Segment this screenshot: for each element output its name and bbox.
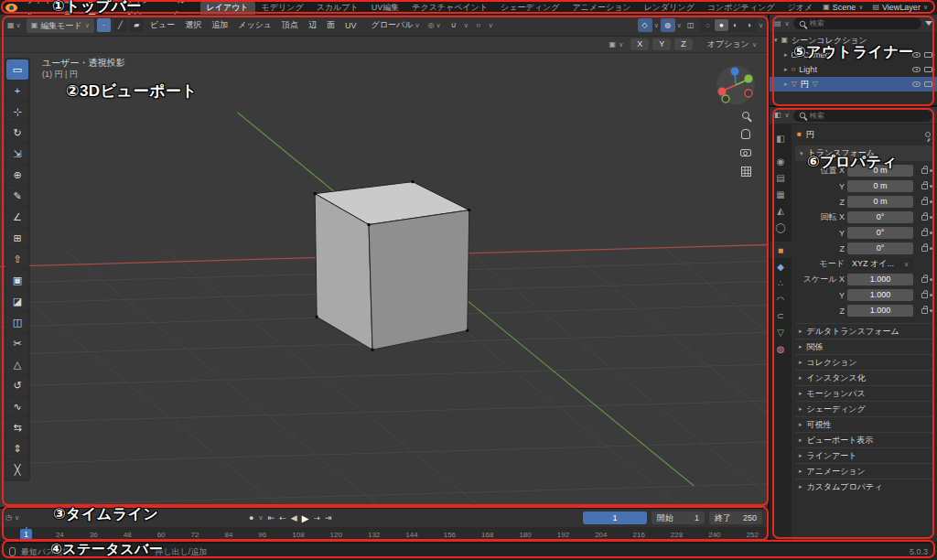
tab-world[interactable]: ◯ <box>770 219 792 235</box>
frame-start-field[interactable]: 開始 1 <box>652 512 705 524</box>
animate-dot-icon[interactable] <box>930 247 932 250</box>
tool-knife[interactable]: ✂ <box>6 333 28 353</box>
panel-collections[interactable]: ▸コレクション <box>795 354 932 370</box>
viewport-canvas[interactable]: ユーザー・透視投影 (1) 円 | 円 ▭ + ⊹ ↻ ⇲ ⊕ ✎ ∠ ⊞ ⇧ <box>0 53 768 507</box>
shading-wireframe-button[interactable]: ◌ <box>701 19 715 31</box>
ortho-grid-icon[interactable] <box>741 167 751 177</box>
gizmo-y-axis[interactable] <box>745 75 753 83</box>
orientation-dropdown[interactable]: グローバル ∨ <box>369 19 423 31</box>
menu-select[interactable]: 選択 <box>181 19 205 31</box>
tool-bevel[interactable]: ◪ <box>6 291 28 311</box>
tool-spin[interactable]: ↺ <box>6 375 28 395</box>
workspace-tab-rendering[interactable]: レンダリング <box>638 1 701 15</box>
chevron-down-icon[interactable]: ▾ <box>774 37 778 44</box>
disable-render-icon[interactable] <box>924 81 932 87</box>
prev-keyframe-button[interactable]: ⇠ <box>279 513 286 522</box>
tab-view-layer[interactable]: ▦ <box>770 186 792 202</box>
animate-dot-icon[interactable] <box>930 185 932 188</box>
panel-visibility[interactable]: ▸可視性 <box>795 416 932 432</box>
mirror-z-button[interactable]: Z <box>674 38 693 50</box>
animate-dot-icon[interactable] <box>930 309 932 312</box>
panel-viewport-display[interactable]: ▸ビューポート表示 <box>795 432 932 447</box>
show-overlays-toggle[interactable]: ◍ <box>661 18 675 32</box>
rotation-mode-dropdown[interactable]: XYZ オイ... ∨ <box>847 258 913 270</box>
hide-eye-icon[interactable] <box>912 52 921 58</box>
tool-options-dropdown[interactable]: オプション ∨ <box>704 38 760 50</box>
rotation-x-field[interactable]: 0° <box>847 211 913 223</box>
tool-move[interactable]: ⊹ <box>6 102 28 122</box>
scale-x-field[interactable]: 1.000 <box>847 274 913 285</box>
menu-add[interactable]: 追加 <box>208 19 232 31</box>
tab-modifiers[interactable]: ◆ <box>770 258 792 275</box>
current-frame-field[interactable]: 1 <box>583 512 647 524</box>
filter-icon[interactable] <box>925 21 932 26</box>
menu-vertex[interactable]: 頂点 <box>278 19 302 31</box>
menu-edge[interactable]: 辺 <box>305 19 320 31</box>
tab-material[interactable]: ◍ <box>770 340 792 357</box>
tool-shrink-fatten[interactable]: ⇕ <box>6 438 28 458</box>
animate-dot-icon[interactable] <box>930 216 932 219</box>
tab-scene[interactable]: ◭ <box>770 202 792 219</box>
workspace-tab-compositing[interactable]: コンポジティング <box>701 1 781 15</box>
blender-logo-icon[interactable] <box>5 4 17 12</box>
menu-face[interactable]: 面 <box>323 19 339 31</box>
tool-annotate[interactable]: ✎ <box>6 186 28 206</box>
edge-select-button[interactable]: ╱ <box>113 18 127 32</box>
workspace-tab-modeling[interactable]: モデリング <box>255 1 310 15</box>
tool-smooth[interactable]: ∿ <box>6 396 28 416</box>
proportional-edit-toggle[interactable]: ○ <box>471 18 486 32</box>
scene-selector[interactable]: ▣ Scene ∨ <box>819 3 867 12</box>
rotation-z-field[interactable]: 0° <box>847 242 913 254</box>
workspace-tab-layout[interactable]: レイアウト <box>200 1 255 15</box>
vertex-select-button[interactable]: ∙ <box>97 18 111 32</box>
zoom-icon[interactable] <box>742 112 749 119</box>
tab-particles[interactable]: ∴ <box>770 275 792 291</box>
lock-icon[interactable] <box>921 246 928 252</box>
properties-editor-icon[interactable]: ◧ <box>774 112 781 119</box>
workspace-tab-shading[interactable]: シェーディング <box>494 1 565 15</box>
scale-y-field[interactable]: 1.000 <box>847 289 913 301</box>
animate-dot-icon[interactable] <box>930 232 932 234</box>
tab-object-data[interactable]: ▽ <box>770 324 792 340</box>
mirror-y-button[interactable]: Y <box>652 38 671 50</box>
panel-relations[interactable]: ▸関係 <box>795 339 932 354</box>
workspace-tab-sculpting[interactable]: スカルプト <box>310 1 365 15</box>
camera-view-icon[interactable] <box>740 149 751 156</box>
tab-tool[interactable]: ◧ <box>770 130 792 146</box>
auto-key-toggle[interactable]: ● <box>249 513 253 522</box>
chevron-right-icon[interactable]: ▸ <box>784 51 788 59</box>
tool-edge-slide[interactable]: ⇆ <box>6 417 28 437</box>
view-layer-selector[interactable]: ▤ ViewLayer ∨ <box>868 3 932 12</box>
play-button[interactable]: ▶ <box>302 513 309 523</box>
xray-toggle[interactable]: ◫ <box>684 18 698 32</box>
shading-solid-button[interactable]: ● <box>715 19 728 31</box>
mode-dropdown[interactable]: ▣ 編集モード ∨ <box>27 18 94 33</box>
gizmo-x-neg[interactable] <box>745 90 752 97</box>
chevron-right-icon[interactable]: ▸ <box>784 81 788 88</box>
workspace-tab-uv-editing[interactable]: UV編集 <box>365 1 406 15</box>
location-y-field[interactable]: 0 m <box>847 180 913 192</box>
shading-rendered-button[interactable]: ◑ <box>742 19 756 31</box>
tab-output[interactable]: ▤ <box>770 169 792 186</box>
panel-line-art[interactable]: ▸ラインアート <box>795 447 932 463</box>
location-x-field[interactable]: 0 m <box>847 165 913 177</box>
chevron-right-icon[interactable]: ▸ <box>784 66 788 73</box>
tab-constraints[interactable]: ⊂ <box>770 307 792 324</box>
workspace-tab-geometry-nodes[interactable]: ジオメ <box>781 1 820 15</box>
tool-inset-faces[interactable]: ▣ <box>6 270 28 290</box>
properties-search-input[interactable]: 検索 <box>793 110 932 122</box>
gizmo-z-axis[interactable] <box>731 68 739 76</box>
lock-icon[interactable] <box>921 293 928 298</box>
pin-icon[interactable] <box>925 132 931 137</box>
pan-hand-icon[interactable] <box>741 129 750 139</box>
timeline-ruler[interactable]: 1 12 24 36 48 60 72 84 96 108 120 132 14… <box>0 527 768 542</box>
workspace-tab-animation[interactable]: アニメーション <box>565 1 637 15</box>
tool-measure[interactable]: ∠ <box>6 207 28 227</box>
mirror-x-button[interactable]: X <box>630 38 649 50</box>
lock-icon[interactable] <box>921 308 928 314</box>
tab-physics[interactable]: ◠ <box>770 291 792 307</box>
rotation-y-field[interactable]: 0° <box>847 227 913 239</box>
location-z-field[interactable]: 0 m <box>847 196 913 208</box>
hide-eye-icon[interactable] <box>912 81 921 87</box>
frame-end-field[interactable]: 終了 250 <box>709 512 762 524</box>
